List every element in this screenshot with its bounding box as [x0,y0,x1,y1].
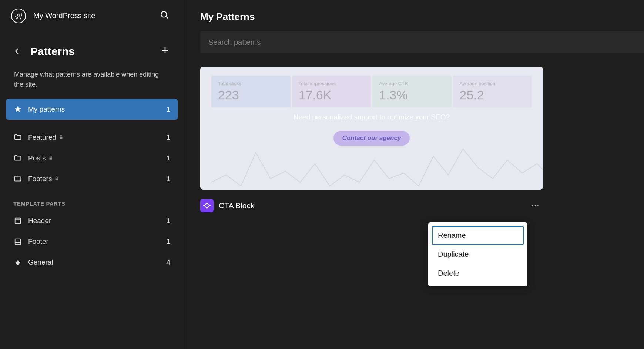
svg-rect-5 [49,157,52,159]
template-part-count: 4 [166,258,170,266]
lock-icon [58,134,64,140]
template-part-count: 1 [166,217,170,225]
pattern-name[interactable]: CTA Block [219,201,523,210]
main-content: My Patterns Total clicks 223 Total impre… [184,0,644,349]
category-label: Featured [28,133,160,142]
svg-rect-6 [56,178,58,180]
nav-header: Patterns [0,31,184,64]
pattern-type-icon [200,199,214,212]
category-count: 1 [166,105,170,113]
search-patterns-input[interactable] [200,31,644,53]
svg-rect-9 [15,239,21,245]
site-title[interactable]: My WordPress site [33,11,150,20]
template-part-header[interactable]: Header 1 [6,210,178,231]
template-part-count: 1 [166,237,170,246]
preview-chart-graphic [211,138,543,190]
template-part-label: Footer [28,237,160,246]
category-label: Posts [28,154,160,162]
category-posts[interactable]: Posts 1 [6,148,178,169]
category-count: 1 [166,175,170,183]
stat-average-position: Average position 25.2 [453,76,532,107]
category-featured[interactable]: Featured 1 [6,127,178,148]
star-icon [13,105,22,114]
menu-item-delete[interactable]: Delete [432,264,524,283]
sidebar-header: My WordPress site [0,0,184,31]
preview-stats-row: Total clicks 223 Total impressions 17.6K… [200,67,543,107]
pattern-meta-row: CTA Block ⋯ [200,198,543,213]
menu-item-rename[interactable]: Rename [432,226,524,245]
category-label: Footers [28,175,160,183]
add-pattern-button[interactable] [158,43,172,60]
category-count: 1 [166,133,170,142]
nav-description: Manage what patterns are available when … [0,64,184,99]
template-parts-heading: TEMPLATE PARTS [0,189,184,210]
pattern-more-actions-button[interactable]: ⋯ [528,198,543,213]
command-search-button[interactable] [157,7,172,24]
back-button[interactable] [11,45,23,58]
svg-point-0 [161,11,167,17]
stat-total-clicks: Total clicks 223 [211,76,291,107]
header-icon [13,216,22,225]
template-parts-list: Header 1 Footer 1 General 4 [0,210,184,273]
locked-categories-list: Featured 1 Posts 1 Footers 1 [0,127,184,189]
category-footers[interactable]: Footers 1 [6,169,178,189]
folder-icon [13,133,22,142]
context-menu: Rename Duplicate Delete [428,222,527,286]
pattern-categories-list: My patterns 1 [0,99,184,120]
diamond-icon [13,258,22,267]
nav-title: Patterns [30,45,150,58]
stat-average-ctr: Average CTR 1.3% [372,76,452,107]
sidebar: My WordPress site Patterns Manage what p… [0,0,184,349]
template-part-label: Header [28,217,160,225]
template-part-footer[interactable]: Footer 1 [6,231,178,252]
stat-total-impressions: Total impressions 17.6K [292,76,371,107]
cta-text: Need personalized support to optimize yo… [200,113,543,121]
pattern-preview-card[interactable]: Total clicks 223 Total impressions 17.6K… [200,67,543,190]
lock-icon [54,176,59,181]
category-my-patterns[interactable]: My patterns 1 [6,99,178,120]
svg-rect-7 [15,218,21,224]
svg-rect-4 [60,137,63,139]
category-count: 1 [166,154,170,162]
template-part-label: General [28,258,160,266]
category-label: My patterns [28,105,160,113]
folder-icon [13,154,22,163]
lock-icon [48,155,53,160]
wordpress-logo-icon[interactable] [11,9,26,23]
folder-icon [13,174,22,183]
svg-rect-11 [16,260,20,265]
template-part-general[interactable]: General 4 [6,252,178,273]
menu-item-duplicate[interactable]: Duplicate [432,245,524,264]
svg-rect-12 [204,203,209,208]
footer-icon [13,237,22,246]
page-title: My Patterns [200,11,644,23]
svg-line-1 [166,16,168,18]
